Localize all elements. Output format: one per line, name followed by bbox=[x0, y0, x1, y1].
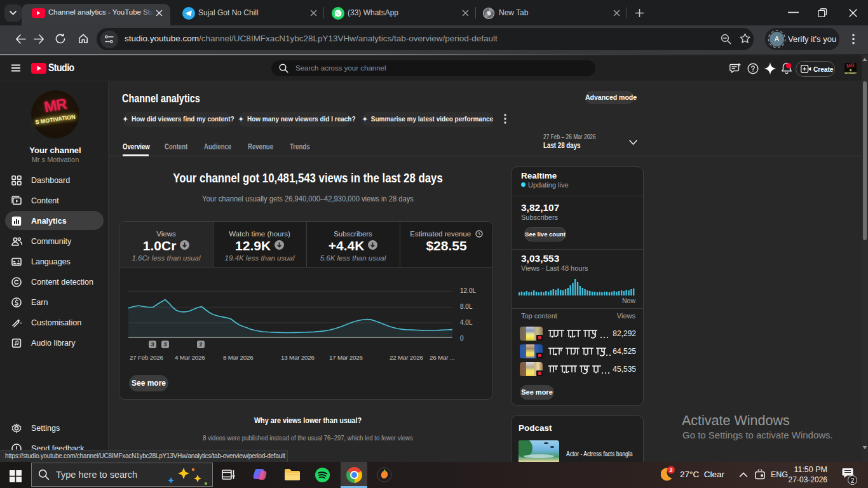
svg-text:2: 2 bbox=[669, 467, 672, 473]
